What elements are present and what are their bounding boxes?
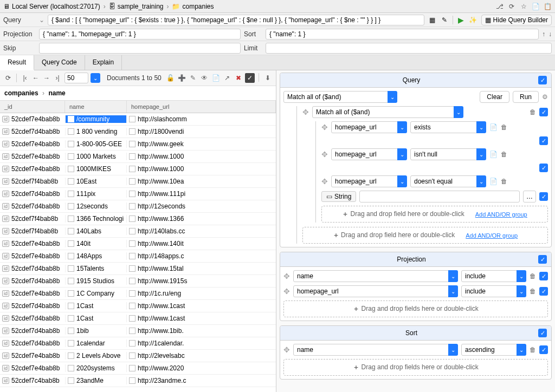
profile-icon[interactable]: ✨ <box>468 15 478 25</box>
cell-name[interactable]: 1-800-905-GEE <box>65 140 127 148</box>
table-row[interactable]: id52cdef7e4bab8b2020systemshttp://www.20… <box>0 362 276 375</box>
table-row[interactable]: id52cdef7e4bab8b1C Companyhttp://1c.ru/e… <box>0 288 276 300</box>
table-row[interactable]: id52cdef7f4bab8b1366 Technologihttp://ww… <box>0 213 276 225</box>
proj-field-select[interactable]: homepage_url <box>293 285 450 297</box>
projection-enabled-checkbox[interactable]: ✓ <box>538 255 547 264</box>
group-enabled-checkbox[interactable]: ✓ <box>539 108 548 116</box>
table-row[interactable]: id52cdef7d4bab8b1915 Studioshttp://www.1… <box>0 275 276 288</box>
crumb-collection[interactable]: companies <box>182 3 214 10</box>
run-icon[interactable]: ▶ <box>456 15 466 25</box>
cond-field-select[interactable]: homepage_url <box>331 175 399 187</box>
table-row[interactable]: id52cdef7d4bab8b1Casthttp://www.1cast <box>0 312 276 325</box>
copy-doc-icon[interactable]: 📄 <box>211 73 221 83</box>
sort-row-enabled-checkbox[interactable]: ✓ <box>539 345 548 354</box>
cell-name[interactable]: 2020systems <box>65 364 127 372</box>
page-size-dropdown[interactable]: ⌄ <box>91 73 100 83</box>
cond-op-select[interactable]: exists <box>410 121 478 133</box>
sort-enabled-checkbox[interactable]: ✓ <box>538 329 547 337</box>
add-and-or-link[interactable]: Add AND/OR group <box>475 211 527 218</box>
trash-icon[interactable]: 🗑 <box>501 178 507 185</box>
lock-icon[interactable]: 🔓 <box>165 73 175 83</box>
table-row[interactable]: id52cdef7e4bab8b2 Levels Abovehttp://2le… <box>0 350 276 362</box>
cell-name[interactable]: 148Apps <box>65 252 127 260</box>
cell-name[interactable]: 1C Company <box>65 290 127 297</box>
refresh-icon[interactable]: ⟳ <box>3 73 13 83</box>
limit-input[interactable] <box>266 43 552 54</box>
table-row[interactable]: id52cdef7c4bab8b23andMehttp://23andme.c <box>0 375 276 387</box>
sort-asc-icon[interactable]: ↑ <box>542 30 545 38</box>
edit-doc-icon[interactable]: ✎ <box>188 73 198 83</box>
more-options-button[interactable]: … <box>523 191 536 202</box>
drag-handle-icon[interactable]: ✥ <box>283 272 290 280</box>
table-row[interactable]: id52cdef7d4bab8b1bibhttp://www.1bib. <box>0 325 276 337</box>
cond-enabled-checkbox[interactable]: ✓ <box>539 136 548 145</box>
trash-icon[interactable]: 🗑 <box>501 151 507 158</box>
copy-icon[interactable]: 📄 <box>489 151 498 158</box>
trash-icon[interactable]: 🗑 <box>530 272 536 280</box>
apply-icon[interactable]: ✓ <box>245 73 255 83</box>
open-doc-icon[interactable]: ↗ <box>222 73 232 83</box>
cond-field-select[interactable]: homepage_url <box>331 148 399 160</box>
add-and-or-link[interactable]: Add AND/OR group <box>466 232 518 239</box>
query-enabled-checkbox[interactable]: ✓ <box>538 76 547 84</box>
value-type-button[interactable]: ▭String <box>321 191 356 202</box>
gear-icon[interactable]: ⚙ <box>542 93 548 101</box>
proj-enabled-checkbox[interactable]: ✓ <box>539 287 548 296</box>
cond-field-select[interactable]: homepage_url <box>331 121 399 133</box>
match-mode-select[interactable]: Match all of ($and) <box>283 91 389 103</box>
drag-handle-icon[interactable]: ✥ <box>283 287 290 296</box>
cell-name[interactable]: 1Cast <box>65 315 127 322</box>
proj-enabled-checkbox[interactable]: ✓ <box>539 272 548 280</box>
table-row[interactable]: id52cdef7f4bab8b140Labshttp://140labs.cc <box>0 225 276 238</box>
page-size-input[interactable] <box>64 73 88 83</box>
table-row[interactable]: id52cdef7e4bab8b1000MIKEShttp://www.1000 <box>0 163 276 175</box>
drop-zone-projection[interactable]: ＋ Drag and drop fields here or double-cl… <box>283 300 548 317</box>
sort-desc-icon[interactable]: ↓ <box>548 30 552 38</box>
cell-name[interactable]: 1000MIKES <box>65 165 127 173</box>
cell-name[interactable]: 1 800 vending <box>65 128 127 135</box>
chevron-down-icon[interactable]: ⌄ <box>517 270 526 282</box>
sort-input[interactable] <box>266 29 539 40</box>
nested-match-select[interactable]: Match all of ($and) <box>312 106 455 118</box>
chevron-down-icon[interactable]: ⌄ <box>397 175 407 187</box>
table-row[interactable]: id52cdef7d4bab8b12secondshttp://12second… <box>0 200 276 213</box>
hide-query-builder-button[interactable]: ▦ Hide Query Builder <box>481 15 552 25</box>
trash-icon[interactable]: 🗑 <box>530 346 536 354</box>
path-field[interactable]: name <box>48 89 65 97</box>
cell-name[interactable]: 140it <box>65 240 127 247</box>
drag-handle-icon[interactable]: ✥ <box>302 108 309 116</box>
query-input[interactable] <box>48 15 424 25</box>
table-row[interactable]: id52cdef7d4bab8b1 800 vendinghttp://1800… <box>0 126 276 138</box>
tab-query-code[interactable]: Query Code <box>34 55 85 70</box>
chevron-down-icon[interactable]: ⌄ <box>448 344 458 356</box>
star-icon[interactable]: ☆ <box>519 2 528 11</box>
table-row[interactable]: id52cdef7e4bab8b140ithttp://www.140it <box>0 238 276 250</box>
proj-mode-select[interactable]: include <box>461 270 518 282</box>
sort-field-select[interactable]: name <box>293 344 450 356</box>
chevron-down-icon[interactable]: ⌄ <box>476 148 486 160</box>
table-row[interactable]: id52cdef7e4bab8b/communityhttp://slashco… <box>0 113 276 126</box>
export-icon[interactable]: ⬇ <box>263 73 273 83</box>
next-page-icon[interactable]: → <box>42 73 51 83</box>
drag-handle-icon[interactable]: ✥ <box>321 150 328 159</box>
run-button[interactable]: Run <box>513 91 539 103</box>
proj-mode-select[interactable]: include <box>461 285 518 297</box>
clear-button[interactable]: Clear <box>480 91 509 103</box>
chevron-down-icon[interactable]: ⌄ <box>517 285 526 297</box>
value-input[interactable] <box>359 191 520 202</box>
cell-name[interactable]: 2 Levels Above <box>65 352 127 360</box>
cell-name[interactable]: 1915 Studios <box>65 277 127 285</box>
chevron-down-icon[interactable]: ⌄ <box>454 106 463 118</box>
drag-handle-icon[interactable]: ✥ <box>321 177 328 186</box>
table-row[interactable]: id52cdef7e4bab8b148Appshttp://148apps.c <box>0 250 276 263</box>
cell-name[interactable]: 10East <box>65 178 127 185</box>
chevron-down-icon[interactable]: ⌄ <box>476 175 486 187</box>
chevron-down-icon[interactable]: ⌄ <box>397 121 407 133</box>
cell-name[interactable]: 140Labs <box>65 227 127 235</box>
cell-name[interactable]: 1Cast <box>65 302 127 310</box>
cond-enabled-checkbox[interactable]: ✓ <box>539 164 548 172</box>
chevron-down-icon[interactable]: ⌄ <box>448 285 458 297</box>
table-body[interactable]: id52cdef7e4bab8b/communityhttp://slashco… <box>0 113 276 392</box>
trash-icon[interactable]: 🗑 <box>501 123 507 131</box>
col-url[interactable]: homepage_url <box>127 101 276 113</box>
